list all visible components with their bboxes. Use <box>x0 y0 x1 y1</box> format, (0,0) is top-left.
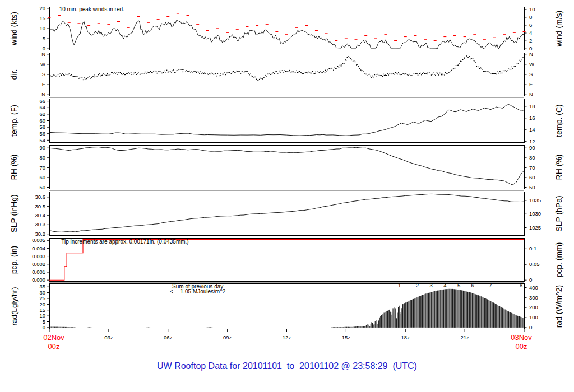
panel-pcp-frame <box>50 239 525 282</box>
svg-text:50: 50 <box>39 184 45 190</box>
svg-text:30.5: 30.5 <box>35 203 46 209</box>
figure-title: UW Rooftop Data for 20101101 to 20101102… <box>0 361 574 371</box>
svg-text:25: 25 <box>39 295 45 301</box>
svg-text:300: 300 <box>529 295 538 301</box>
svg-text:10: 10 <box>39 312 45 319</box>
panel-separator <box>49 237 524 237</box>
panel-rad-right-title: rad (W/m^2) <box>554 285 563 328</box>
panel-separator <box>49 144 524 144</box>
svg-text:0.002: 0.002 <box>32 261 45 267</box>
svg-text:4: 4 <box>529 30 532 36</box>
panel-wind-annotation: 10 min. peak winds in red. <box>59 6 124 12</box>
panel-slp: 30.230.330.430.530.6102510301035SLP (inH… <box>0 192 574 236</box>
svg-text:16: 16 <box>529 115 535 121</box>
x-axis-label-09z: 09z <box>216 334 239 340</box>
svg-text:7: 7 <box>489 282 492 288</box>
svg-text:N: N <box>41 91 45 97</box>
panel-slp-left-axis: 30.230.330.430.530.6 <box>35 194 50 237</box>
svg-text:64: 64 <box>39 104 45 110</box>
panel-wind-right-title: wind (m/s) <box>554 11 563 48</box>
panel-separator <box>49 282 524 283</box>
svg-text:60: 60 <box>39 174 45 180</box>
svg-text:N: N <box>41 51 45 57</box>
svg-text:N: N <box>529 51 533 57</box>
svg-text:W: W <box>40 61 45 67</box>
panel-temp-right-axis: 12141618 <box>524 103 535 144</box>
panel-dir-frame <box>50 53 525 96</box>
panel-slp-right-axis: 102510301035 <box>524 197 541 231</box>
humidity-line <box>49 147 524 185</box>
radiation-bars <box>49 289 524 328</box>
panel-wind-left-title: wind (kts) <box>10 12 18 46</box>
svg-text:0.004: 0.004 <box>32 245 45 251</box>
panel-temp-frame <box>50 99 525 143</box>
svg-text:20: 20 <box>39 301 45 307</box>
svg-text:10: 10 <box>39 25 45 31</box>
panel-dir-left-title: dir. <box>10 69 18 80</box>
svg-text:4: 4 <box>443 282 446 288</box>
svg-text:12: 12 <box>529 138 535 144</box>
panel-separator <box>49 190 524 191</box>
panel-slp-right-title: SLP (hPa) <box>554 195 563 231</box>
svg-text:S: S <box>529 71 533 77</box>
panel-pcp-annotation: Tip increments are approx. 0.00171in. (0… <box>61 239 189 245</box>
svg-text:18: 18 <box>529 103 535 109</box>
svg-text:30: 30 <box>39 290 45 296</box>
panel-dir: NWSENNWSENdir. <box>0 53 574 96</box>
x-axis-label-12z: 12z <box>276 334 298 340</box>
panel-slp-left-title: SLP (inHg) <box>10 194 18 232</box>
wind-speed-line <box>49 20 524 49</box>
svg-text:30.6: 30.6 <box>35 194 46 200</box>
svg-text:E: E <box>42 81 45 87</box>
panel-rh-frame <box>50 146 525 189</box>
panel-wind-right-axis: 0246810 <box>524 6 535 52</box>
precip-cumulative-step <box>49 239 524 280</box>
panel-rad-right-axis: 0100200300400 <box>524 284 538 330</box>
svg-text:E: E <box>529 81 533 87</box>
panel-rh: 50607080905060708090RH (%)RH (%) <box>0 145 574 189</box>
svg-text:1030: 1030 <box>529 211 541 217</box>
svg-text:80: 80 <box>529 155 535 161</box>
svg-text:30.3: 30.3 <box>35 221 46 227</box>
panel-wind-left-axis: 05101520 <box>39 5 49 52</box>
svg-text:0.1: 0.1 <box>529 245 536 251</box>
panel-rh-right-axis: 5060708090 <box>524 144 535 190</box>
svg-text:35: 35 <box>39 283 45 290</box>
svg-text:100: 100 <box>529 314 538 320</box>
panel-temp-left-axis: 54565860626466 <box>39 98 49 143</box>
panel-temp-left-title: temp. (F) <box>10 105 18 137</box>
svg-text:56: 56 <box>39 130 45 137</box>
svg-text:W: W <box>529 61 534 67</box>
panel-rad-left-axis: 05101520253035 <box>39 283 49 330</box>
svg-text:0: 0 <box>529 277 532 283</box>
panel-separator <box>49 52 524 52</box>
svg-text:0: 0 <box>529 324 532 330</box>
svg-text:66: 66 <box>39 98 45 104</box>
panel-dir-right-axis: NWSEN <box>524 51 534 97</box>
panel-rad-frame <box>50 284 525 329</box>
svg-text:400: 400 <box>529 284 538 291</box>
svg-text:5: 5 <box>43 319 45 325</box>
x-axis-ticks <box>49 329 524 332</box>
svg-text:0.005: 0.005 <box>32 237 45 243</box>
panel-rad-left-title: rad(Lgly/hr) <box>10 287 18 325</box>
svg-text:58: 58 <box>39 124 45 130</box>
panel-rad-annotation: <--- 1.05 MJoules/m^2 <box>170 288 226 295</box>
svg-text:30.2: 30.2 <box>35 231 46 237</box>
peak-wind-markers <box>48 13 526 41</box>
svg-text:0.003: 0.003 <box>32 253 45 259</box>
panel-pcp-right-axis: 00.050.1 <box>524 245 540 283</box>
svg-text:8: 8 <box>520 282 522 288</box>
panel-wind-frame <box>50 7 525 50</box>
pressure-line <box>49 194 524 232</box>
svg-text:5: 5 <box>457 282 460 288</box>
panel-temp-right-title: temp. (C) <box>554 104 563 137</box>
svg-text:0.000: 0.000 <box>32 277 45 283</box>
svg-text:6: 6 <box>471 282 474 288</box>
x-axis-end-date: 03Nov 00z <box>502 333 541 351</box>
svg-text:1: 1 <box>398 282 401 288</box>
svg-text:2: 2 <box>416 282 419 288</box>
svg-text:2: 2 <box>529 38 532 44</box>
x-axis-label-03z: 03z <box>98 334 120 340</box>
svg-text:10: 10 <box>529 6 535 12</box>
